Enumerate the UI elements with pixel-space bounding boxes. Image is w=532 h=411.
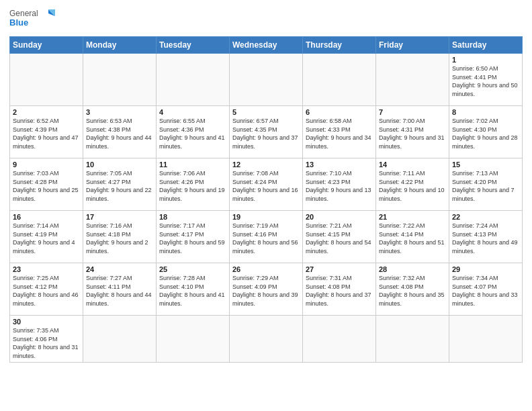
day-info: Sunrise: 7:34 AMSunset: 4:07 PMDaylight:…	[452, 274, 519, 308]
calendar-cell: 30Sunrise: 7:35 AMSunset: 4:06 PMDayligh…	[10, 316, 83, 363]
day-info: Sunrise: 6:58 AMSunset: 4:33 PMDaylight:…	[306, 117, 373, 150]
calendar-week-1: 2Sunrise: 6:52 AMSunset: 4:39 PMDaylight…	[10, 106, 523, 158]
calendar-cell	[376, 316, 449, 363]
calendar-week-5: 30Sunrise: 7:35 AMSunset: 4:06 PMDayligh…	[10, 316, 523, 363]
day-number: 20	[306, 213, 373, 221]
calendar-cell: 5Sunrise: 6:57 AMSunset: 4:35 PMDaylight…	[230, 106, 303, 158]
day-number: 5	[232, 108, 300, 116]
day-number: 24	[86, 265, 153, 273]
col-header-saturday: Saturday	[449, 37, 523, 54]
calendar-week-4: 23Sunrise: 7:25 AMSunset: 4:12 PMDayligh…	[10, 263, 523, 316]
day-info: Sunrise: 7:13 AMSunset: 4:20 PMDaylight:…	[452, 169, 519, 203]
calendar-cell	[10, 54, 83, 106]
calendar-cell: 17Sunrise: 7:16 AMSunset: 4:18 PMDayligh…	[83, 211, 157, 263]
day-info: Sunrise: 7:27 AMSunset: 4:11 PMDaylight:…	[86, 274, 153, 308]
day-number: 30	[13, 318, 80, 326]
calendar-cell: 1Sunrise: 6:50 AMSunset: 4:41 PMDaylight…	[449, 54, 523, 106]
day-number: 12	[232, 161, 300, 169]
day-info: Sunrise: 7:02 AMSunset: 4:30 PMDaylight:…	[452, 117, 519, 150]
day-info: Sunrise: 7:06 AMSunset: 4:26 PMDaylight:…	[159, 169, 226, 203]
day-number: 3	[86, 108, 153, 116]
day-number: 23	[13, 265, 80, 273]
calendar-cell: 7Sunrise: 7:00 AMSunset: 4:31 PMDaylight…	[376, 106, 449, 158]
calendar-cell: 16Sunrise: 7:14 AMSunset: 4:19 PMDayligh…	[10, 211, 83, 263]
day-info: Sunrise: 6:55 AMSunset: 4:36 PMDaylight:…	[159, 117, 226, 150]
day-info: Sunrise: 7:03 AMSunset: 4:28 PMDaylight:…	[13, 169, 80, 203]
svg-text:Blue: Blue	[9, 17, 28, 28]
calendar-cell: 22Sunrise: 7:24 AMSunset: 4:13 PMDayligh…	[449, 211, 523, 263]
calendar-cell: 26Sunrise: 7:29 AMSunset: 4:09 PMDayligh…	[230, 263, 303, 316]
day-number: 13	[306, 161, 373, 169]
day-info: Sunrise: 7:10 AMSunset: 4:23 PMDaylight:…	[306, 169, 373, 203]
day-info: Sunrise: 7:16 AMSunset: 4:18 PMDaylight:…	[86, 222, 153, 255]
calendar-cell	[157, 54, 230, 106]
calendar-cell: 9Sunrise: 7:03 AMSunset: 4:28 PMDaylight…	[10, 158, 83, 211]
col-header-thursday: Thursday	[303, 37, 376, 54]
day-number: 11	[159, 161, 226, 169]
calendar-cell: 15Sunrise: 7:13 AMSunset: 4:20 PMDayligh…	[449, 158, 523, 211]
calendar-cell: 20Sunrise: 7:21 AMSunset: 4:15 PMDayligh…	[303, 211, 376, 263]
day-number: 10	[86, 161, 153, 169]
day-number: 29	[452, 265, 519, 273]
col-header-wednesday: Wednesday	[230, 37, 303, 54]
calendar-cell: 18Sunrise: 7:17 AMSunset: 4:17 PMDayligh…	[157, 211, 230, 263]
day-number: 21	[379, 213, 446, 221]
day-info: Sunrise: 7:32 AMSunset: 4:08 PMDaylight:…	[379, 274, 446, 308]
day-number: 1	[452, 56, 519, 64]
calendar-cell: 12Sunrise: 7:08 AMSunset: 4:24 PMDayligh…	[230, 158, 303, 211]
calendar-cell: 4Sunrise: 6:55 AMSunset: 4:36 PMDaylight…	[157, 106, 230, 158]
calendar-cell: 28Sunrise: 7:32 AMSunset: 4:08 PMDayligh…	[376, 263, 449, 316]
calendar-cell	[303, 54, 376, 106]
calendar-cell: 8Sunrise: 7:02 AMSunset: 4:30 PMDaylight…	[449, 106, 523, 158]
calendar-cell: 25Sunrise: 7:28 AMSunset: 4:10 PMDayligh…	[157, 263, 230, 316]
day-number: 15	[452, 161, 519, 169]
calendar-cell: 23Sunrise: 7:25 AMSunset: 4:12 PMDayligh…	[10, 263, 83, 316]
calendar-cell: 24Sunrise: 7:27 AMSunset: 4:11 PMDayligh…	[83, 263, 157, 316]
calendar-cell	[449, 316, 523, 363]
calendar-cell: 6Sunrise: 6:58 AMSunset: 4:33 PMDaylight…	[303, 106, 376, 158]
svg-text:General: General	[9, 9, 38, 18]
calendar-cell: 27Sunrise: 7:31 AMSunset: 4:08 PMDayligh…	[303, 263, 376, 316]
day-number: 26	[232, 265, 300, 273]
day-info: Sunrise: 7:19 AMSunset: 4:16 PMDaylight:…	[232, 222, 300, 255]
calendar-table: SundayMondayTuesdayWednesdayThursdayFrid…	[9, 36, 523, 363]
day-number: 19	[232, 213, 300, 221]
col-header-sunday: Sunday	[10, 37, 83, 54]
calendar-week-0: 1Sunrise: 6:50 AMSunset: 4:41 PMDaylight…	[10, 54, 523, 106]
calendar-cell: 11Sunrise: 7:06 AMSunset: 4:26 PMDayligh…	[157, 158, 230, 211]
day-number: 8	[452, 108, 519, 116]
day-info: Sunrise: 7:28 AMSunset: 4:10 PMDaylight:…	[159, 274, 226, 308]
calendar-cell	[157, 316, 230, 363]
day-number: 16	[13, 213, 80, 221]
calendar-cell	[376, 54, 449, 106]
calendar-week-2: 9Sunrise: 7:03 AMSunset: 4:28 PMDaylight…	[10, 158, 523, 211]
day-info: Sunrise: 7:25 AMSunset: 4:12 PMDaylight:…	[13, 274, 80, 308]
day-info: Sunrise: 7:08 AMSunset: 4:24 PMDaylight:…	[232, 169, 300, 203]
day-info: Sunrise: 6:50 AMSunset: 4:41 PMDaylight:…	[452, 64, 519, 98]
day-info: Sunrise: 6:57 AMSunset: 4:35 PMDaylight:…	[232, 117, 300, 150]
calendar-header-row: SundayMondayTuesdayWednesdayThursdayFrid…	[10, 37, 523, 54]
page-header: General Blue	[9, 7, 523, 32]
calendar-week-3: 16Sunrise: 7:14 AMSunset: 4:19 PMDayligh…	[10, 211, 523, 263]
calendar-cell	[230, 54, 303, 106]
day-info: Sunrise: 6:53 AMSunset: 4:38 PMDaylight:…	[86, 117, 153, 150]
day-info: Sunrise: 7:17 AMSunset: 4:17 PMDaylight:…	[159, 222, 226, 255]
calendar-cell: 2Sunrise: 6:52 AMSunset: 4:39 PMDaylight…	[10, 106, 83, 158]
day-number: 27	[306, 265, 373, 273]
calendar-cell: 3Sunrise: 6:53 AMSunset: 4:38 PMDaylight…	[83, 106, 157, 158]
day-number: 25	[159, 265, 226, 273]
day-number: 18	[159, 213, 226, 221]
calendar-cell	[83, 54, 157, 106]
day-info: Sunrise: 7:21 AMSunset: 4:15 PMDaylight:…	[306, 222, 373, 255]
day-number: 6	[306, 108, 373, 116]
day-number: 28	[379, 265, 446, 273]
day-info: Sunrise: 7:11 AMSunset: 4:22 PMDaylight:…	[379, 169, 446, 203]
logo: General Blue	[9, 7, 56, 32]
calendar-cell	[303, 316, 376, 363]
day-info: Sunrise: 7:00 AMSunset: 4:31 PMDaylight:…	[379, 117, 446, 150]
day-info: Sunrise: 7:29 AMSunset: 4:09 PMDaylight:…	[232, 274, 300, 308]
day-number: 17	[86, 213, 153, 221]
day-info: Sunrise: 6:52 AMSunset: 4:39 PMDaylight:…	[13, 117, 80, 150]
day-info: Sunrise: 7:05 AMSunset: 4:27 PMDaylight:…	[86, 169, 153, 203]
day-number: 9	[13, 161, 80, 169]
